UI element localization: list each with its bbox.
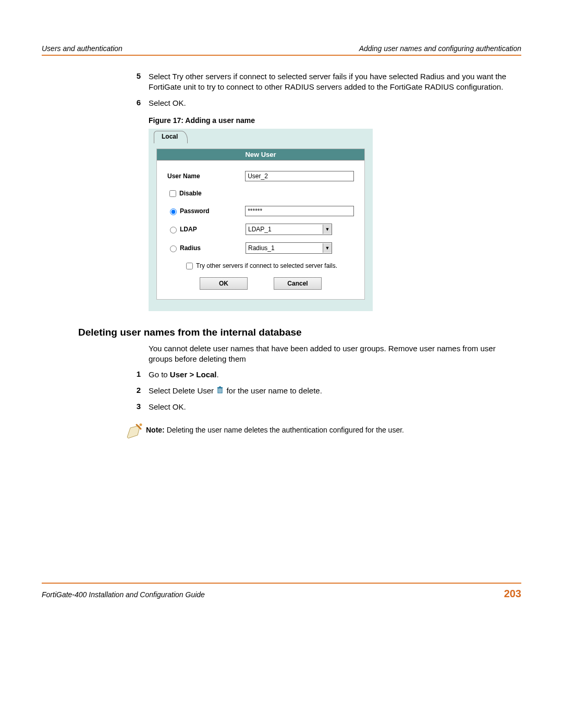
ldap-label: LDAP bbox=[180, 226, 197, 233]
text: Go to bbox=[149, 370, 170, 379]
svg-rect-4 bbox=[217, 387, 223, 388]
text: . bbox=[217, 370, 219, 379]
page-number: 203 bbox=[504, 588, 521, 600]
try-other-label: Try other servers if connect to selected… bbox=[196, 262, 337, 269]
step-num: 3 bbox=[125, 402, 149, 412]
header-right: Adding user names and configuring authen… bbox=[359, 44, 521, 53]
step-text: Go to User > Local. bbox=[149, 369, 521, 380]
chevron-down-icon: ▼ bbox=[323, 225, 332, 234]
text: Select Delete User bbox=[149, 386, 216, 395]
disable-label: Disable bbox=[179, 190, 202, 197]
section-heading: Deleting user names from the internal da… bbox=[78, 327, 521, 338]
user-name-label: User Name bbox=[167, 172, 245, 180]
step-text: Select Delete User for the user name to … bbox=[149, 386, 521, 397]
step-5: 5 Select Try other servers if connect to… bbox=[125, 71, 521, 93]
ldap-radio[interactable] bbox=[170, 227, 177, 233]
note-icon bbox=[125, 423, 146, 442]
step-num: 1 bbox=[125, 369, 149, 380]
delete-step-3: 3 Select OK. bbox=[125, 402, 521, 412]
step-num: 2 bbox=[125, 386, 149, 397]
note-label: Note: bbox=[146, 426, 165, 434]
step-6: 6 Select OK. bbox=[125, 98, 521, 108]
text: for the user name to delete. bbox=[226, 386, 322, 395]
password-input[interactable] bbox=[245, 206, 354, 216]
chevron-down-icon: ▼ bbox=[323, 243, 332, 253]
nav-path: User > Local bbox=[170, 370, 217, 379]
user-name-input[interactable] bbox=[245, 171, 354, 181]
footer-rule bbox=[42, 583, 521, 584]
step-text: Select Try other servers if connect to s… bbox=[149, 71, 521, 93]
cancel-button[interactable]: Cancel bbox=[274, 277, 322, 290]
delete-step-1: 1 Go to User > Local. bbox=[125, 369, 521, 380]
step-num: 6 bbox=[125, 98, 149, 108]
radius-select[interactable]: Radius_1 ▼ bbox=[246, 242, 332, 254]
ldap-row[interactable]: LDAP bbox=[167, 225, 246, 233]
radius-radio[interactable] bbox=[170, 245, 177, 252]
radius-row[interactable]: Radius bbox=[167, 244, 246, 252]
password-row[interactable]: Password bbox=[167, 207, 245, 215]
header-rule bbox=[42, 55, 521, 56]
radius-label: Radius bbox=[180, 244, 201, 252]
step-num: 5 bbox=[125, 71, 149, 93]
tab-local[interactable]: Local bbox=[154, 131, 188, 143]
ldap-select[interactable]: LDAP_1 ▼ bbox=[246, 224, 332, 235]
step-text: Select OK. bbox=[149, 402, 521, 412]
try-other-checkbox[interactable] bbox=[186, 263, 193, 269]
disable-row[interactable]: Disable bbox=[167, 189, 246, 199]
new-user-dialog: Local New User User Name Disable bbox=[149, 129, 373, 311]
trash-icon bbox=[216, 386, 224, 397]
header-left: Users and authentication bbox=[42, 44, 123, 53]
footer-left: FortiGate-400 Installation and Configura… bbox=[42, 590, 205, 599]
password-radio[interactable] bbox=[170, 208, 177, 215]
radius-value: Radius_1 bbox=[248, 244, 275, 252]
figure-caption: Figure 17: Adding a user name bbox=[149, 116, 521, 125]
ldap-value: LDAP_1 bbox=[248, 226, 272, 233]
note-text: Note: Deleting the user name deletes the… bbox=[146, 423, 404, 434]
delete-step-2: 2 Select Delete User for the user name t… bbox=[125, 386, 521, 397]
step-text: Select OK. bbox=[149, 98, 521, 108]
form-title: New User bbox=[157, 149, 364, 161]
delete-intro: You cannot delete user names that have b… bbox=[149, 343, 513, 365]
note-body: Deleting the user name deletes the authe… bbox=[165, 426, 404, 434]
svg-point-6 bbox=[140, 424, 142, 426]
ok-button[interactable]: OK bbox=[200, 277, 248, 290]
disable-checkbox[interactable] bbox=[169, 190, 176, 197]
svg-rect-5 bbox=[219, 386, 221, 387]
password-label: Password bbox=[180, 207, 210, 215]
